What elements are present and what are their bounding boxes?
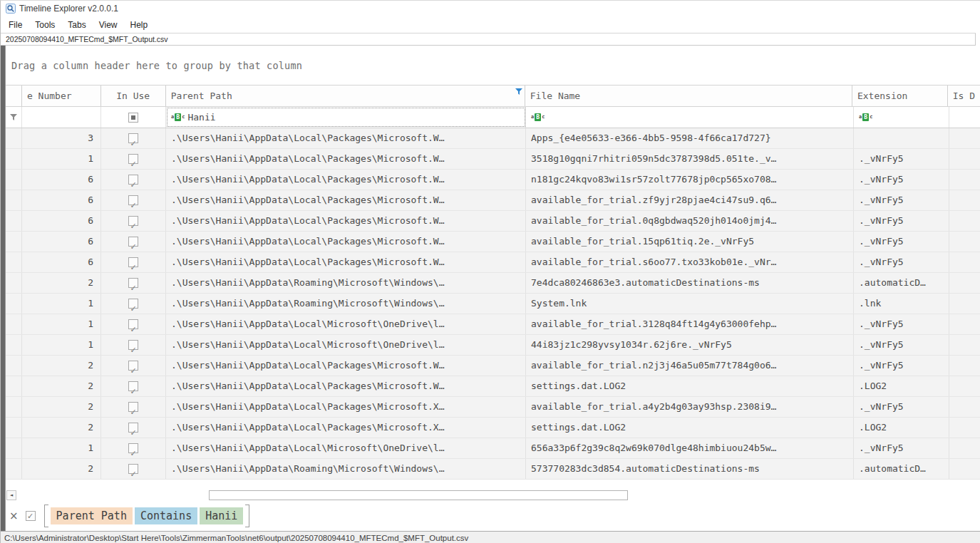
cell-entry-number[interactable]: 3 [22,128,101,148]
cell-file-name[interactable]: available_for_trial.s6oo77.txo33kob01e._… [526,252,854,272]
cell-entry-number[interactable]: 2 [22,376,101,396]
in-use-checkbox[interactable] [128,402,138,412]
cell-extension[interactable]: ._vNrFy5 [854,190,949,210]
column-header-extension[interactable]: Extension [852,86,948,106]
row-indicator[interactable] [6,149,22,169]
cell-file-name[interactable]: available_for_trial.a4y2b4g03ay93hsp.230… [526,397,854,417]
table-row[interactable]: 2.\Users\Hanii\AppData\Local\Packages\Mi… [6,376,980,397]
row-indicator[interactable] [6,128,22,148]
filter-enabled-checkbox[interactable] [26,511,36,521]
cell-is-directory[interactable] [949,356,980,376]
cell-is-directory[interactable] [949,376,980,396]
cell-in-use[interactable] [101,294,166,314]
cell-in-use[interactable] [101,232,166,252]
in-use-checkbox[interactable] [128,278,138,288]
row-indicator[interactable] [6,397,22,417]
column-header-file-name[interactable]: File Name [525,86,852,106]
cell-parent-path[interactable]: .\Users\Hanii\AppData\Local\Packages\Mic… [166,128,526,148]
column-header-in-use[interactable]: In Use [101,86,166,106]
cell-extension[interactable]: ._vNrFy5 [854,252,949,272]
in-use-checkbox[interactable] [128,361,138,371]
cell-file-name[interactable]: n181gc24kqvo83wi1sr57zolt77678jp0cp565xo… [526,170,854,190]
cell-is-directory[interactable] [949,273,980,293]
cell-entry-number[interactable]: 6 [22,232,101,252]
cell-file-name[interactable]: 3518g10gqni7rhitri059n5dc3787398d5.051te… [526,149,854,169]
in-use-filter-checkbox[interactable] [128,113,138,123]
row-indicator-header[interactable] [6,86,22,106]
cell-file-name[interactable]: 656a33p6f2g39c8q2w69k070dlge48himbiuou24… [526,438,854,458]
cell-is-directory[interactable] [949,252,980,272]
table-row[interactable]: 2.\Users\Hanii\AppData\Local\Packages\Mi… [6,356,980,376]
cell-parent-path[interactable]: .\Users\Hanii\AppData\Local\Packages\Mic… [166,418,526,438]
cell-extension[interactable] [854,128,949,148]
cell-entry-number[interactable]: 1 [22,438,101,458]
cell-parent-path[interactable]: .\Users\Hanii\AppData\Local\Packages\Mic… [166,211,526,231]
column-header-e-number[interactable]: e Number [22,86,101,106]
table-row[interactable]: 1.\Users\Hanii\AppData\Local\Microsoft\O… [6,438,980,459]
cell-in-use[interactable] [101,418,166,438]
row-indicator[interactable] [6,418,22,438]
cell-extension[interactable]: ._vNrFy5 [854,211,949,231]
in-use-checkbox[interactable] [128,464,138,474]
table-row[interactable]: 2.\Users\Hanii\AppData\Roaming\Microsoft… [6,459,980,480]
cell-parent-path[interactable]: .\Users\Hanii\AppData\Local\Packages\Mic… [166,232,526,252]
table-row[interactable]: 2.\Users\Hanii\AppData\Local\Packages\Mi… [6,397,980,418]
cell-file-name[interactable]: settings.dat.LOG2 [526,418,854,438]
cell-extension[interactable]: ._vNrFy5 [854,170,949,190]
cell-parent-path[interactable]: .\Users\Hanii\AppData\Roaming\Microsoft\… [166,459,526,479]
cell-entry-number[interactable]: 1 [22,314,101,334]
cell-file-name[interactable]: Apps_{e4e05633-e366-4bb5-9598-4f66ca17d7… [526,128,854,148]
cell-parent-path[interactable]: .\Users\Hanii\AppData\Local\Microsoft\On… [166,438,526,458]
cell-entry-number[interactable]: 1 [22,294,101,314]
row-indicator[interactable] [6,273,22,293]
table-row[interactable]: 6.\Users\Hanii\AppData\Local\Packages\Mi… [6,211,980,232]
cell-is-directory[interactable] [949,335,980,355]
cell-parent-path[interactable]: .\Users\Hanii\AppData\Local\Packages\Mic… [166,190,526,210]
in-use-checkbox[interactable] [128,319,138,329]
cell-entry-number[interactable]: 1 [22,335,101,355]
cell-extension[interactable]: .lnk [854,294,949,314]
cell-extension[interactable]: ._vNrFy5 [854,356,949,376]
row-indicator[interactable] [6,356,22,376]
filter-chip-value[interactable]: Hanii [200,507,243,524]
cell-parent-path[interactable]: .\Users\Hanii\AppData\Local\Packages\Mic… [166,170,526,190]
table-row[interactable]: 6.\Users\Hanii\AppData\Local\Packages\Mi… [6,252,980,273]
cell-extension[interactable]: .LOG2 [854,418,949,438]
menu-tabs[interactable]: Tabs [61,18,92,32]
cell-in-use[interactable] [101,356,166,376]
cell-entry-number[interactable]: 1 [22,149,101,169]
cell-extension[interactable]: ._vNrFy5 [854,397,949,417]
cell-in-use[interactable] [101,149,166,169]
cell-is-directory[interactable] [949,397,980,417]
cell-parent-path[interactable]: .\Users\Hanii\AppData\Roaming\Microsoft\… [166,294,526,314]
cell-is-directory[interactable] [949,128,980,148]
cell-is-directory[interactable] [949,232,980,252]
cell-parent-path[interactable]: .\Users\Hanii\AppData\Local\Packages\Mic… [166,356,526,376]
cell-entry-number[interactable]: 6 [22,170,101,190]
in-use-filter-cell[interactable] [101,107,166,128]
group-by-panel[interactable]: Drag a column header here to group by th… [6,46,980,85]
in-use-checkbox[interactable] [128,175,138,185]
row-indicator[interactable] [6,170,22,190]
table-row[interactable]: 6.\Users\Hanii\AppData\Local\Packages\Mi… [6,232,980,252]
cell-is-directory[interactable] [949,294,980,314]
table-row[interactable]: 6.\Users\Hanii\AppData\Local\Packages\Mi… [6,190,980,211]
cell-parent-path[interactable]: .\Users\Hanii\AppData\Local\Microsoft\On… [166,335,526,355]
menu-tools[interactable]: Tools [29,18,61,32]
tab-csv-output[interactable]: 20250708094410_MFTECmd_$MFT_Output.csv [6,35,168,43]
table-row[interactable]: 2.\Users\Hanii\AppData\Roaming\Microsoft… [6,273,980,294]
in-use-checkbox[interactable] [128,423,138,433]
cell-in-use[interactable] [101,335,166,355]
cell-extension[interactable]: ._vNrFy5 [854,232,949,252]
cell-file-name[interactable]: available_for_trial.n2j3j46a5u05m77t784g… [526,356,854,376]
parent-path-filter-cell[interactable]: aBcHanii [166,107,526,128]
cell-is-directory[interactable] [949,170,980,190]
cell-entry-number[interactable]: 2 [22,418,101,438]
cell-extension[interactable]: ._vNrFy5 [854,438,949,458]
cell-in-use[interactable] [101,252,166,272]
cell-parent-path[interactable]: .\Users\Hanii\AppData\Local\Packages\Mic… [166,376,526,396]
scrollbar-thumb[interactable] [209,490,628,500]
cell-in-use[interactable] [101,397,166,417]
cell-parent-path[interactable]: .\Users\Hanii\AppData\Local\Microsoft\On… [166,314,526,334]
cell-entry-number[interactable]: 6 [22,252,101,272]
